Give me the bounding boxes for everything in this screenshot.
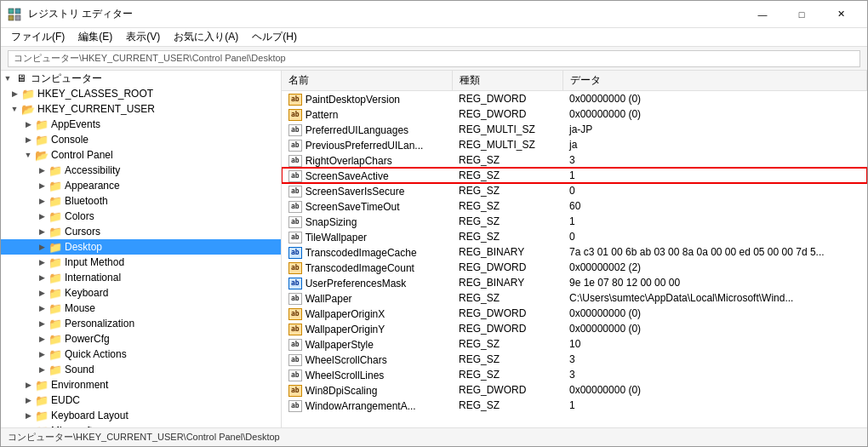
cell-data: 0x00000000 (0): [562, 382, 867, 398]
folder-icon: 📁: [35, 118, 49, 130]
sz-icon: ab: [288, 370, 302, 381]
expand-icon[interactable]: ▼: [21, 148, 35, 162]
expand-icon[interactable]: ▼: [8, 102, 21, 116]
tree-item-keyboard-layout[interactable]: ▶ 📁 Keyboard Layout: [1, 408, 281, 423]
table-row[interactable]: abWallpaperStyle REG_SZ 10: [282, 336, 867, 352]
col-header-data[interactable]: データ: [562, 71, 867, 91]
tree-item-eudc[interactable]: ▶ 📁 EUDC: [1, 393, 281, 408]
expand-icon[interactable]: ▶: [35, 301, 49, 315]
expand-icon[interactable]: ▶: [35, 163, 49, 177]
registry-table[interactable]: 名前 種類 データ abPaintDesktopVersion REG_DWOR…: [282, 71, 867, 427]
registry-tree[interactable]: ▼ 🖥 コンピューター ▶ 📁 HKEY_CLASSES_ROOT ▼ 📂 HK…: [1, 71, 282, 427]
expand-icon[interactable]: ▶: [35, 317, 49, 330]
menu-item[interactable]: ファイル(F): [4, 28, 71, 46]
expand-icon[interactable]: ▶: [35, 363, 49, 376]
menu-item[interactable]: お気に入り(A): [167, 28, 245, 46]
tree-item-colors[interactable]: ▶ 📁 Colors: [1, 209, 281, 224]
tree-item-environment[interactable]: ▶ 📁 Environment: [1, 377, 281, 393]
sz-icon: ab: [288, 170, 302, 182]
tree-item-international[interactable]: ▶ 📁 International: [1, 270, 281, 285]
table-row[interactable]: abScreenSaveTimeOut REG_SZ 60: [282, 198, 867, 214]
tree-item-keyboard[interactable]: ▶ 📁 Keyboard: [1, 285, 281, 301]
tree-item-hkcr[interactable]: ▶ 📁 HKEY_CLASSES_ROOT: [1, 86, 281, 101]
table-row[interactable]: abWallPaper REG_SZ C:\Users\sumtec\AppDa…: [282, 290, 867, 306]
cell-name: abWallpaperOriginX: [282, 306, 452, 321]
menu-item[interactable]: ヘルプ(H): [245, 28, 304, 46]
tree-item-powercfg[interactable]: ▶ 📁 PowerCfg: [1, 331, 281, 347]
tree-item-desktop[interactable]: ▶ 📁 Desktop: [1, 239, 281, 255]
expand-icon[interactable]: ▶: [35, 194, 49, 208]
tree-item-control-panel[interactable]: ▼ 📂 Control Panel: [1, 147, 281, 163]
expand-icon[interactable]: ▶: [21, 409, 35, 422]
table-row[interactable]: abScreenSaverIsSecure REG_SZ 0: [282, 183, 867, 198]
expand-icon[interactable]: ▶: [35, 332, 49, 346]
tree-item-quick-actions[interactable]: ▶ 📁 Quick Actions: [1, 347, 281, 362]
expand-icon[interactable]: ▶: [35, 225, 49, 238]
menu-item[interactable]: 表示(V): [119, 28, 167, 46]
tree-item-cursors[interactable]: ▶ 📁 Cursors: [1, 224, 281, 239]
sz-icon: ab: [288, 293, 302, 305]
tree-item-computer[interactable]: ▼ 🖥 コンピューター: [1, 71, 281, 86]
svg-rect-0: [9, 9, 14, 14]
tree-item-personalization[interactable]: ▶ 📁 Personalization: [1, 316, 281, 331]
table-row[interactable]: abUserPreferencesMask REG_BINARY 9e 1e 0…: [282, 275, 867, 290]
tree-label: Keyboard: [65, 287, 108, 299]
tree-label: Colors: [65, 210, 94, 222]
expand-icon[interactable]: ▶: [8, 87, 21, 100]
tree-item-console[interactable]: ▶ 📁 Console: [1, 132, 281, 147]
tree-item-bluetooth[interactable]: ▶ 📁 Bluetooth: [1, 193, 281, 209]
folder-icon: 📁: [49, 164, 62, 176]
minimize-button[interactable]: —: [743, 1, 782, 28]
table-row[interactable]: abWindowArrangementA... REG_SZ 1: [282, 398, 867, 413]
cell-name: abTranscodedImageCount: [282, 260, 452, 275]
table-row[interactable]: abScreenSaveActive REG_SZ 1: [282, 168, 867, 183]
table-row[interactable]: abTranscodedImageCache REG_BINARY 7a c3 …: [282, 244, 867, 260]
expand-icon[interactable]: ▼: [1, 72, 14, 85]
window-controls: — □ ✕: [743, 1, 860, 28]
table-row[interactable]: abWallpaperOriginX REG_DWORD 0x00000000 …: [282, 306, 867, 321]
folder-icon: 📁: [49, 364, 62, 375]
tree-item-appearance[interactable]: ▶ 📁 Appearance: [1, 178, 281, 193]
col-header-type[interactable]: 種類: [452, 71, 562, 91]
expand-icon[interactable]: ▶: [35, 209, 49, 223]
cell-name: abTranscodedImageCache: [282, 244, 452, 260]
close-button[interactable]: ✕: [821, 1, 860, 28]
tree-label: Control Panel: [51, 149, 113, 161]
address-input[interactable]: コンピューター\HKEY_CURRENT_USER\Control Panel\…: [8, 50, 860, 67]
expand-icon[interactable]: ▶: [21, 378, 35, 392]
tree-item-sound[interactable]: ▶ 📁 Sound: [1, 362, 281, 377]
tree-label: HKEY_CURRENT_USER: [37, 103, 155, 115]
expand-icon[interactable]: ▶: [21, 393, 35, 407]
table-row[interactable]: abPattern REG_DWORD 0x00000000 (0): [282, 106, 867, 122]
cell-type: REG_SZ: [452, 168, 562, 183]
expand-icon[interactable]: ▶: [35, 271, 49, 284]
table-row[interactable]: abPreferredUILanguages REG_MULTI_SZ ja-J…: [282, 122, 867, 137]
cell-data: 1: [562, 168, 867, 183]
table-row[interactable]: abTileWallpaper REG_SZ 0: [282, 229, 867, 244]
table-row[interactable]: abWheelScrollLines REG_SZ 3: [282, 367, 867, 382]
table-row[interactable]: abSnapSizing REG_SZ 1: [282, 214, 867, 229]
table-row[interactable]: abPreviousPreferredUILan... REG_MULTI_SZ…: [282, 137, 867, 152]
table-row[interactable]: abRightOverlapChars REG_SZ 3: [282, 152, 867, 168]
table-row[interactable]: abWin8DpiScaling REG_DWORD 0x00000000 (0…: [282, 382, 867, 398]
col-header-name[interactable]: 名前: [282, 71, 452, 91]
table-row[interactable]: abPaintDesktopVersion REG_DWORD 0x000000…: [282, 91, 867, 107]
expand-icon[interactable]: ▶: [35, 347, 49, 361]
tree-item-accessibility[interactable]: ▶ 📁 Accessibility: [1, 163, 281, 178]
table-row[interactable]: abWallpaperOriginY REG_DWORD 0x00000000 …: [282, 321, 867, 336]
cell-type: REG_SZ: [452, 183, 562, 198]
maximize-button[interactable]: □: [782, 1, 821, 28]
menu-item[interactable]: 編集(E): [71, 28, 119, 46]
expand-icon[interactable]: ▶: [21, 133, 35, 146]
tree-item-mouse[interactable]: ▶ 📁 Mouse: [1, 301, 281, 316]
expand-icon[interactable]: ▶: [35, 179, 49, 192]
expand-icon[interactable]: ▶: [35, 286, 49, 300]
tree-item-appevents[interactable]: ▶ 📁 AppEvents: [1, 117, 281, 132]
tree-item-input-method[interactable]: ▶ 📁 Input Method: [1, 255, 281, 270]
table-row[interactable]: abTranscodedImageCount REG_DWORD 0x00000…: [282, 260, 867, 275]
expand-icon[interactable]: ▶: [21, 117, 35, 131]
expand-icon[interactable]: ▶: [35, 255, 49, 269]
tree-item-hkcu[interactable]: ▼ 📂 HKEY_CURRENT_USER: [1, 101, 281, 117]
table-row[interactable]: abWheelScrollChars REG_SZ 3: [282, 352, 867, 367]
expand-icon[interactable]: ▶: [35, 240, 49, 254]
